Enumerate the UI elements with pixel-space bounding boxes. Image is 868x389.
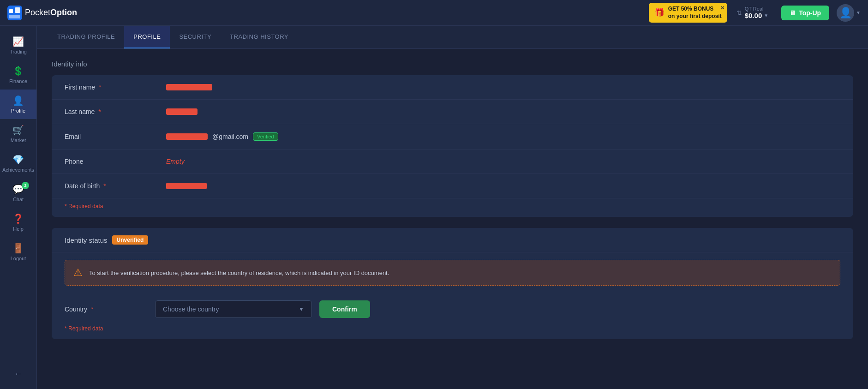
email-value: @gmail.com Verified xyxy=(166,132,840,141)
dob-label: Date of birth * xyxy=(65,182,166,190)
country-placeholder: Choose the country xyxy=(163,305,219,313)
avatar-dropdown-icon[interactable]: ▼ xyxy=(856,10,861,15)
bonus-close-icon[interactable]: ✕ xyxy=(720,5,724,11)
logout-icon: 🚪 xyxy=(12,243,24,254)
country-label: Country * xyxy=(65,305,148,313)
email-redacted xyxy=(166,133,208,140)
sidebar-label-logout: Logout xyxy=(11,256,26,261)
country-required-note: * Required data xyxy=(52,325,853,339)
back-arrow-icon: ← xyxy=(14,369,23,379)
tab-trading-history[interactable]: TRADING HISTORY xyxy=(221,26,298,48)
dob-redacted xyxy=(166,183,207,189)
svg-rect-2 xyxy=(15,7,20,13)
sidebar-label-achievements: Achievements xyxy=(2,167,34,173)
phone-row: Phone Empty xyxy=(52,150,853,174)
country-required-star: * xyxy=(91,305,93,313)
last-name-redacted xyxy=(166,108,198,115)
identity-status-section: Identity status Unverified ⚠ To start th… xyxy=(52,228,853,339)
country-select-arrow-icon: ▼ xyxy=(299,306,304,312)
sidebar: 📈 Trading 💲 Finance 👤 Profile 🛒 Market 💎… xyxy=(0,26,37,389)
tab-bar: TRADING PROFILE PROFILE SECURITY TRADING… xyxy=(37,26,868,49)
topup-button[interactable]: 🖥 Top-Up xyxy=(781,6,829,20)
market-icon: 🛒 xyxy=(12,125,24,136)
country-row: Country * Choose the country ▼ Confirm xyxy=(52,293,853,325)
sidebar-item-chat[interactable]: 💬 2 Chat xyxy=(0,178,36,208)
trading-icon: 📈 xyxy=(12,36,24,47)
sidebar-label-profile: Profile xyxy=(11,108,25,114)
warning-banner: ⚠ To start the verification procedure, p… xyxy=(65,260,840,286)
sidebar-item-help[interactable]: ❓ Help xyxy=(0,208,36,237)
first-name-value xyxy=(166,84,840,90)
sidebar-item-trading[interactable]: 📈 Trading xyxy=(0,30,36,60)
svg-rect-3 xyxy=(9,15,20,18)
main-content: TRADING PROFILE PROFILE SECURITY TRADING… xyxy=(37,26,868,389)
last-name-label: Last name * xyxy=(65,108,166,115)
account-label: QT Real xyxy=(745,6,764,12)
sidebar-label-finance: Finance xyxy=(9,78,27,84)
first-name-required: * xyxy=(99,84,101,91)
profile-icon: 👤 xyxy=(12,95,24,106)
sidebar-item-finance[interactable]: 💲 Finance xyxy=(0,60,36,90)
dob-required: * xyxy=(103,182,106,190)
bonus-text: GET 50% BONUS on your first deposit xyxy=(668,6,722,20)
last-name-value xyxy=(166,108,840,115)
balance-value: $0.00 xyxy=(745,12,762,19)
finance-icon: 💲 xyxy=(12,66,24,77)
sidebar-label-market: Market xyxy=(11,138,26,143)
phone-value: Empty xyxy=(166,158,840,165)
first-name-redacted xyxy=(166,84,212,90)
identity-status-header: Identity status Unverified xyxy=(52,228,853,252)
sidebar-item-market[interactable]: 🛒 Market xyxy=(0,119,36,149)
sidebar-label-help: Help xyxy=(13,226,24,232)
page-content: Identity info First name * Last name * xyxy=(37,49,868,350)
unverified-badge: Unverified xyxy=(112,235,149,245)
sidebar-item-logout[interactable]: 🚪 Logout xyxy=(0,237,36,267)
account-type-icon: ⇅ xyxy=(736,9,742,17)
identity-info-card: First name * Last name * xyxy=(52,75,853,217)
svg-rect-1 xyxy=(9,9,13,13)
topup-label: Top-Up xyxy=(799,9,821,17)
email-domain: @gmail.com xyxy=(212,133,248,140)
dob-value xyxy=(166,183,840,189)
identity-required-note: * Required data xyxy=(52,198,853,217)
tab-security[interactable]: SECURITY xyxy=(170,26,221,48)
avatar-icon: 👤 xyxy=(839,7,852,19)
confirm-button[interactable]: Confirm xyxy=(319,300,370,318)
sidebar-label-trading: Trading xyxy=(10,49,27,54)
last-name-row: Last name * xyxy=(52,100,853,124)
help-icon: ❓ xyxy=(12,213,24,224)
sidebar-back-button[interactable]: ← xyxy=(0,364,36,384)
email-row: Email @gmail.com Verified xyxy=(52,124,853,150)
phone-label: Phone xyxy=(65,158,166,165)
identity-status-label: Identity status xyxy=(65,236,108,244)
identity-info-title: Identity info xyxy=(52,60,853,68)
verified-badge: Verified xyxy=(253,132,278,141)
logo-text: PocketOption xyxy=(25,8,77,18)
sidebar-item-achievements[interactable]: 💎 Achievements xyxy=(0,149,36,178)
phone-empty: Empty xyxy=(166,158,185,165)
sidebar-label-chat: Chat xyxy=(13,197,24,202)
first-name-row: First name * xyxy=(52,75,853,100)
topup-icon: 🖥 xyxy=(790,9,796,17)
achievements-icon: 💎 xyxy=(12,154,24,165)
last-name-required: * xyxy=(98,108,101,115)
sidebar-item-profile[interactable]: 👤 Profile xyxy=(0,90,36,119)
balance-dropdown-icon[interactable]: ▼ xyxy=(764,13,768,18)
first-name-label: First name * xyxy=(65,84,166,91)
logo: PocketOption xyxy=(7,6,77,20)
balance-row: $0.00 ▼ xyxy=(745,12,768,19)
email-label: Email xyxy=(65,133,166,140)
tab-profile[interactable]: PROFILE xyxy=(124,26,170,48)
warning-text: To start the verification procedure, ple… xyxy=(89,269,389,276)
bonus-banner: 🎁 GET 50% BONUS on your first deposit ✕ xyxy=(649,3,727,23)
tab-trading-profile[interactable]: TRADING PROFILE xyxy=(48,26,124,48)
country-select[interactable]: Choose the country ▼ xyxy=(155,300,312,318)
gift-icon: 🎁 xyxy=(654,7,664,18)
warning-icon: ⚠ xyxy=(73,267,83,279)
dob-row: Date of birth * xyxy=(52,174,853,198)
account-col: QT Real $0.00 ▼ xyxy=(745,6,768,19)
avatar[interactable]: 👤 xyxy=(837,4,854,22)
chat-badge: 2 xyxy=(22,182,29,189)
account-info: ⇅ QT Real $0.00 ▼ xyxy=(736,6,774,19)
main-header: PocketOption 🎁 GET 50% BONUS on your fir… xyxy=(0,0,868,26)
